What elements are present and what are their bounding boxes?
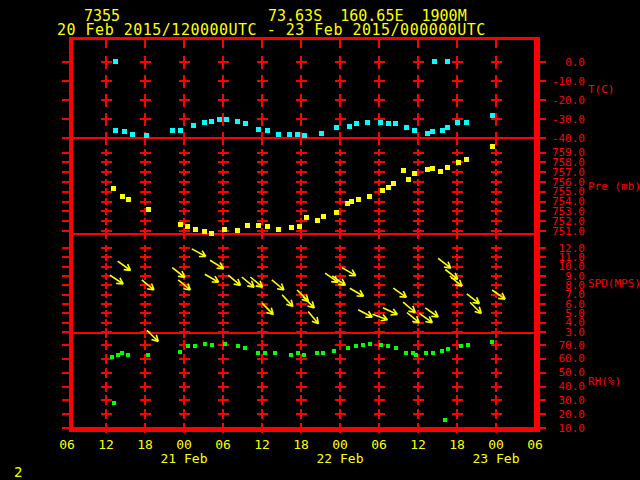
relative_humidity-point <box>193 344 197 348</box>
left-border-tick <box>62 312 70 314</box>
relative_humidity-point <box>203 342 207 346</box>
wind-arrow <box>118 261 131 270</box>
left-border-tick <box>62 256 70 258</box>
wind-arrow <box>282 295 293 307</box>
x-tick-label: 00 <box>332 437 348 452</box>
gridline-tick <box>413 220 424 222</box>
gridline-tick <box>296 303 307 305</box>
gridline-tick <box>452 210 463 212</box>
wind-arrow <box>470 302 481 313</box>
gridline-tick <box>101 161 112 163</box>
temperature-point <box>243 121 248 126</box>
gridline-tick <box>491 312 502 314</box>
wind-arrow <box>303 297 314 308</box>
relative_humidity-point <box>459 344 463 348</box>
gridline-tick <box>491 181 502 183</box>
gridline-tick <box>257 80 268 82</box>
temperature-point <box>319 131 324 136</box>
temperature-point <box>235 119 240 124</box>
temperature-point <box>445 125 450 130</box>
gridline-tick <box>218 256 229 258</box>
gridline-tick <box>374 322 385 324</box>
y-tick-label: 751.0 <box>552 225 585 238</box>
temperature-point <box>490 113 495 118</box>
gridline-tick <box>374 413 385 415</box>
wind-arrow <box>110 275 123 284</box>
gridline-tick <box>101 344 112 346</box>
left-border-tick <box>62 303 70 305</box>
gridline-tick <box>413 99 424 101</box>
left-border-tick <box>62 275 70 277</box>
gridline-tick <box>413 372 424 374</box>
gridline-tick <box>296 220 307 222</box>
meteogram-screen: 7355 73.63S 160.65E 1900M 20 Feb 2015/12… <box>0 0 640 480</box>
y-tick-label: 50.0 <box>559 366 586 379</box>
gridline-tick <box>452 171 463 173</box>
gridline-tick <box>491 171 502 173</box>
temperature-point <box>445 59 450 64</box>
y-tick-label: 10.0 <box>559 422 586 435</box>
gridline-tick <box>335 413 346 415</box>
gridline-tick <box>101 118 112 120</box>
wind-arrow <box>467 294 480 304</box>
gridline-tick <box>218 220 229 222</box>
gridline-tick <box>296 372 307 374</box>
gridline-tick <box>335 386 346 388</box>
gridline-tick <box>101 256 112 258</box>
temperature-point <box>122 129 127 134</box>
wind-arrow <box>172 268 185 278</box>
left-border-tick <box>62 181 70 183</box>
gridline-tick <box>335 247 346 249</box>
gridline-tick <box>335 161 346 163</box>
wind-arrow <box>147 330 158 341</box>
gridline-tick <box>413 413 424 415</box>
gridline-tick <box>374 201 385 203</box>
meteogram-chart: 0.0-10.0-20.0-30.0-40.0T(C)759.0758.0757… <box>0 0 640 480</box>
relative_humidity-point <box>332 349 336 353</box>
gridline-tick <box>257 344 268 346</box>
gridline-tick <box>413 118 424 120</box>
gridline-tick <box>296 413 307 415</box>
relative_humidity-point <box>223 342 227 346</box>
wind-arrow <box>325 273 338 282</box>
gridline-tick <box>101 61 112 63</box>
gridline-tick <box>140 322 151 324</box>
gridline-tick <box>101 191 112 193</box>
gridline-tick <box>374 181 385 183</box>
gridline-tick <box>491 275 502 277</box>
gridline-tick <box>257 118 268 120</box>
gridline-tick <box>101 266 112 268</box>
gridline-tick <box>140 303 151 305</box>
gridline-tick <box>257 372 268 374</box>
left-border-tick <box>62 201 70 203</box>
gridline-tick <box>179 191 190 193</box>
y-tick-label: -10.0 <box>552 75 585 88</box>
gridline-tick <box>140 220 151 222</box>
gridline-tick <box>491 220 502 222</box>
gridline-tick <box>140 191 151 193</box>
pressure-point <box>304 215 309 220</box>
y-tick-label: 40.0 <box>559 380 586 393</box>
relative_humidity-point <box>361 343 365 347</box>
gridline-tick <box>179 266 190 268</box>
gridline-tick <box>413 256 424 258</box>
pressure-point <box>406 177 411 182</box>
gridline-tick <box>179 61 190 63</box>
gridline-tick <box>296 201 307 203</box>
wind-arrow <box>350 288 364 296</box>
left-border-tick <box>62 118 70 120</box>
gridline-tick <box>452 61 463 63</box>
y-tick-label: -30.0 <box>552 113 585 126</box>
relative_humidity-point <box>146 353 150 357</box>
relative_humidity-point <box>243 346 247 350</box>
gridline-tick <box>140 413 151 415</box>
gridline-tick <box>218 210 229 212</box>
gridline-tick <box>296 181 307 183</box>
left-border-tick <box>62 210 70 212</box>
gridline-tick <box>140 61 151 63</box>
gridline-tick <box>452 266 463 268</box>
pressure-point <box>412 171 417 176</box>
x-tick-label: 06 <box>215 437 231 452</box>
x-tick-label: 06 <box>371 437 387 452</box>
gridline-tick <box>179 80 190 82</box>
